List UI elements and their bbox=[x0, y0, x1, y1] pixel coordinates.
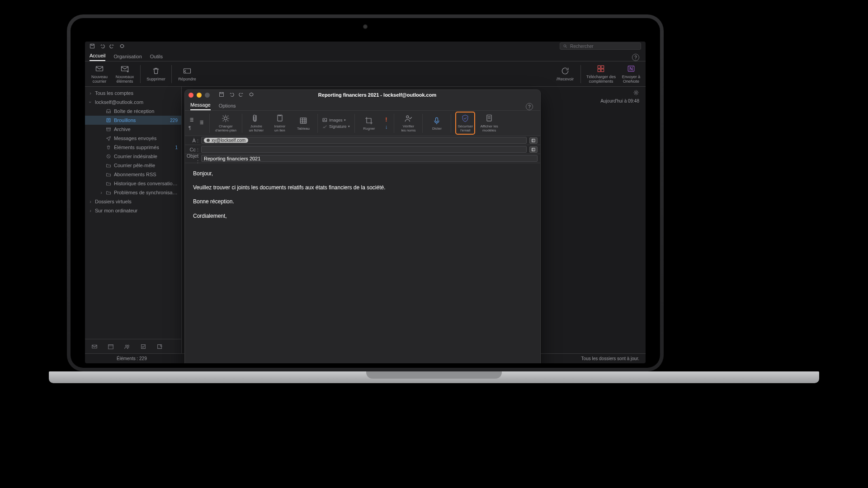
sidebar-account[interactable]: › lockself@outlook.com bbox=[85, 98, 181, 107]
folder-icon bbox=[106, 163, 111, 168]
telecharger-complements-button[interactable]: Télécharger descompléments bbox=[586, 64, 616, 84]
sendreceive-icon[interactable] bbox=[119, 43, 125, 49]
calendar-nav-icon[interactable] bbox=[108, 343, 114, 350]
sent-icon bbox=[106, 136, 111, 141]
address-book-button[interactable] bbox=[529, 137, 538, 144]
numbering-icon[interactable] bbox=[198, 118, 205, 127]
svg-rect-6 bbox=[601, 66, 604, 68]
main-quick-access bbox=[90, 43, 125, 49]
joindre-fichier-button[interactable]: Joindreun fichier bbox=[247, 112, 266, 134]
supprimer-button[interactable]: Supprimer bbox=[146, 66, 166, 81]
redo-icon[interactable] bbox=[109, 43, 115, 49]
crop-icon bbox=[364, 116, 373, 125]
body-line: Veuillez trouver ci joints les documents… bbox=[193, 183, 532, 192]
label: Rogner bbox=[363, 127, 375, 131]
sidebar-item-rss[interactable]: Abonnements RSS bbox=[85, 170, 181, 179]
address-book-button[interactable] bbox=[529, 146, 538, 153]
svg-point-17 bbox=[127, 345, 129, 347]
dicter-button[interactable]: Dicter bbox=[427, 114, 446, 132]
verifier-noms-button[interactable]: Vérifierles noms bbox=[399, 112, 418, 134]
securiser-email-button[interactable]: Sécuriserl'email bbox=[456, 112, 475, 134]
search-input[interactable]: Rechercher bbox=[560, 42, 641, 50]
sidebar-item-sync[interactable]: ›Problèmes de synchronisation bbox=[85, 188, 181, 197]
archive-icon bbox=[106, 127, 111, 132]
priority-low-icon[interactable]: ↓ bbox=[385, 124, 387, 130]
undo-icon[interactable] bbox=[99, 43, 105, 49]
subject-label: Objet : bbox=[185, 153, 201, 164]
onenote-icon bbox=[627, 64, 636, 73]
repondre-button[interactable]: Répondre bbox=[177, 66, 197, 81]
label: Signature bbox=[329, 124, 347, 129]
sidebar-item-sent[interactable]: Messages envoyés bbox=[85, 134, 181, 143]
svg-rect-29 bbox=[487, 115, 491, 121]
tableau-button[interactable]: Tableau bbox=[294, 114, 313, 132]
undo-icon[interactable] bbox=[229, 91, 234, 99]
label: Afficher lesmodèles bbox=[480, 124, 498, 132]
sidebar-item-clutter[interactable]: Courrier pêle-mêle bbox=[85, 161, 181, 170]
status-left: Éléments : 229 bbox=[117, 356, 147, 361]
sidebar-item-drafts[interactable]: Brouillons229 bbox=[85, 116, 181, 125]
label: Dossiers virtuels bbox=[95, 199, 178, 204]
sync-icon bbox=[561, 66, 570, 75]
redo-icon[interactable] bbox=[239, 91, 244, 99]
maximize-button[interactable] bbox=[205, 93, 210, 98]
priority-high-icon[interactable]: ! bbox=[385, 116, 387, 123]
save-icon[interactable] bbox=[90, 43, 95, 49]
gear-icon[interactable] bbox=[633, 89, 639, 96]
status-right: Tous les dossiers sont à jour. bbox=[581, 356, 639, 361]
mail-nav-icon[interactable] bbox=[91, 343, 98, 350]
help-icon[interactable]: ? bbox=[526, 103, 533, 110]
chevron-right-icon: › bbox=[89, 199, 92, 204]
cc-field[interactable] bbox=[201, 146, 527, 153]
sendreceive-icon[interactable] bbox=[249, 91, 254, 99]
sidebar-item-inbox[interactable]: Boîte de réception bbox=[85, 107, 181, 116]
tab-options[interactable]: Options bbox=[219, 103, 236, 110]
nouveaux-elements-button[interactable]: Nouveauxéléments bbox=[115, 64, 135, 84]
recipient-chip[interactable]: xy@lockself.com bbox=[204, 138, 248, 143]
minimize-button[interactable] bbox=[197, 93, 202, 98]
svg-point-22 bbox=[224, 117, 227, 120]
images-button[interactable]: Images ▾ bbox=[322, 117, 350, 122]
compose-body[interactable]: Bonjour, Veuillez trouver ci joints les … bbox=[185, 163, 540, 363]
compose-title: Reporting financiers 2021 - lockself@out… bbox=[257, 92, 498, 98]
sidebar-item-deleted[interactable]: Éléments supprimés1 bbox=[85, 143, 181, 152]
envoyer-onenote-button[interactable]: Envoyer àOneNote bbox=[621, 64, 641, 84]
nouveau-courrier-button[interactable]: Nouveaucourrier bbox=[90, 64, 109, 84]
tab-message[interactable]: Message bbox=[190, 102, 211, 110]
sidebar-item-junk[interactable]: Courrier indésirable bbox=[85, 152, 181, 161]
mic-icon bbox=[432, 116, 441, 125]
rogner-button[interactable]: Rogner bbox=[359, 114, 378, 132]
changer-arriere-plan-button[interactable]: Changerd'arrière-plan bbox=[214, 112, 237, 134]
tab-accueil[interactable]: Accueil bbox=[90, 53, 105, 61]
signature-button[interactable]: Signature ▾ bbox=[322, 124, 350, 129]
svg-rect-28 bbox=[436, 117, 438, 122]
sendreceive-button[interactable]: /Recevoir bbox=[555, 66, 575, 81]
tab-outils[interactable]: Outils bbox=[150, 54, 163, 61]
compose-header-fields: À : xy@lockself.com Cc : bbox=[185, 136, 540, 163]
notes-nav-icon[interactable] bbox=[156, 343, 163, 350]
afficher-modeles-button[interactable]: Afficher lesmodèles bbox=[479, 112, 499, 134]
svg-rect-0 bbox=[90, 44, 94, 48]
tasks-nav-icon[interactable] bbox=[140, 343, 146, 350]
save-icon[interactable] bbox=[219, 91, 224, 99]
sidebar-item-history[interactable]: Historique des conversations bbox=[85, 179, 181, 188]
people-nav-icon[interactable] bbox=[124, 343, 130, 350]
label: Courrier indésirable bbox=[114, 154, 178, 159]
label: lockself@outlook.com bbox=[95, 99, 178, 105]
sidebar-on-my-computer[interactable]: › Sur mon ordinateur bbox=[85, 206, 181, 215]
attach-icon bbox=[252, 114, 261, 123]
sidebar-all-accounts[interactable]: › Tous les comptes bbox=[85, 89, 181, 98]
close-button[interactable] bbox=[189, 93, 193, 98]
inserer-lien-button[interactable]: Insérerun lien bbox=[270, 112, 289, 134]
bullets-icon[interactable] bbox=[189, 116, 195, 124]
paragraph-icon[interactable]: ¶ bbox=[189, 126, 195, 131]
help-icon[interactable]: ? bbox=[632, 54, 639, 61]
chevron-right-icon: › bbox=[89, 208, 92, 213]
subject-field[interactable]: Reporting financiers 2021 bbox=[201, 155, 538, 162]
to-field[interactable]: xy@lockself.com bbox=[201, 137, 527, 144]
sidebar-item-archive[interactable]: Archive bbox=[85, 125, 181, 134]
junk-icon bbox=[106, 154, 111, 159]
tab-organisation[interactable]: Organisation bbox=[113, 54, 142, 61]
sidebar-virtual-folders[interactable]: › Dossiers virtuels bbox=[85, 197, 181, 206]
addins-icon bbox=[596, 64, 605, 73]
